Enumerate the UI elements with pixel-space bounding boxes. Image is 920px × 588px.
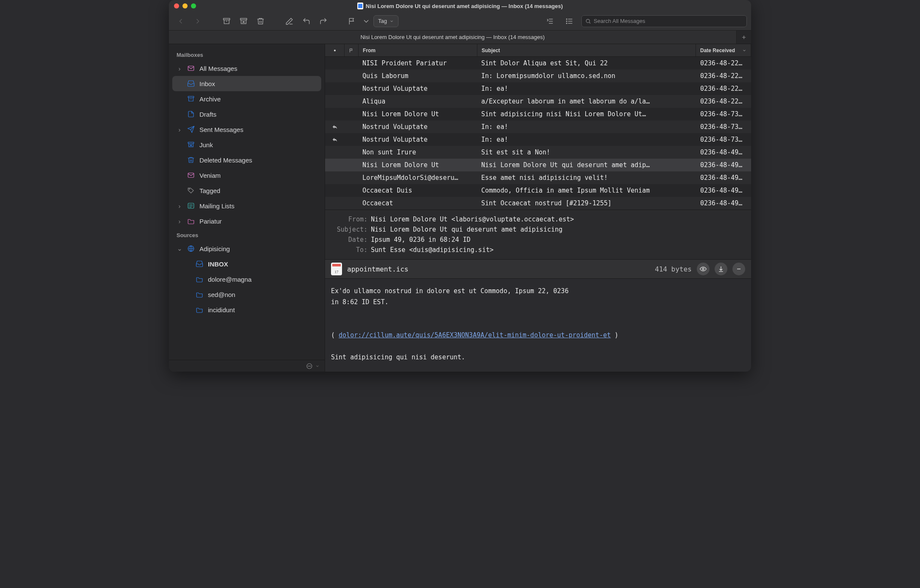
header-date-label: Date: (331, 235, 367, 245)
column-status[interactable] (325, 44, 345, 56)
message-row[interactable]: OccaecatSint Occaecat nostrud [#2129-125… (325, 197, 751, 210)
flag-button[interactable] (345, 15, 360, 28)
chevron-right-icon: › (177, 202, 182, 210)
source-folder-dolore-magna[interactable]: dolore@magna (172, 272, 321, 287)
sidebar-item-tagged[interactable]: Tagged (172, 183, 321, 198)
sidebar-item-sent-messages[interactable]: ›Sent Messages (172, 122, 321, 137)
message-row[interactable]: Nisi Lorem Dolore UtNisi Lorem Dolore Ut… (325, 159, 751, 171)
row-from: Nisi Lorem Dolore Ut (358, 161, 477, 169)
attachment-name[interactable]: appointment.ics (347, 265, 409, 273)
new-tab-button[interactable] (737, 31, 751, 44)
close-window-button[interactable] (174, 3, 179, 8)
trash-icon (187, 156, 195, 164)
source-folder-inbox[interactable]: INBOX (172, 256, 321, 272)
message-row[interactable]: Nostrud VoLuptateIn: ea!0236-48-73… (325, 120, 751, 133)
message-body[interactable]: Ex'do ullamco nostrud in dolore est ut C… (325, 279, 751, 372)
sidebar-item-deleted-messages[interactable]: Deleted Messages (172, 152, 321, 168)
junk-icon (187, 141, 195, 148)
search-field[interactable] (581, 15, 747, 27)
nav-forward-button[interactable] (190, 15, 205, 28)
chevron-down-icon: ⌄ (177, 245, 182, 252)
sidebar-item-pariatur[interactable]: ›Pariatur (172, 213, 321, 229)
junk-button[interactable] (236, 15, 251, 28)
row-date: 0236-48-73… (696, 110, 751, 118)
indent-list-button[interactable] (542, 15, 558, 28)
compose-button[interactable] (282, 15, 297, 28)
column-flag[interactable] (345, 44, 359, 56)
svg-rect-21 (188, 142, 194, 143)
chevron-down-icon[interactable] (315, 364, 320, 368)
envelope-icon (187, 171, 195, 179)
svg-point-11 (567, 19, 567, 20)
sidebar-item-label: Sent Messages (199, 126, 243, 133)
nav-back-button[interactable] (173, 15, 188, 28)
message-row[interactable]: LoreMipsuMdolorSi@deseru…Esse amet nisi … (325, 171, 751, 184)
row-date: 0236-48-22… (696, 98, 751, 105)
forward-button[interactable] (316, 15, 331, 28)
message-row[interactable]: Occaecat DuisCommodo, Officia in amet Ip… (325, 184, 751, 197)
tab-current[interactable]: Nisi Lorem Dolore Ut qui deserunt amet a… (169, 31, 737, 44)
column-date[interactable]: Date Received (696, 44, 751, 56)
sidebar-item-all-messages[interactable]: ›All Messages (172, 61, 321, 76)
sidebar-item-archive[interactable]: Archive (172, 91, 321, 106)
body-link[interactable]: dolor://cillum.aute/quis/5A6EX3NON3A9A/e… (339, 331, 611, 339)
svg-point-33 (309, 366, 309, 366)
column-from[interactable]: From (359, 44, 477, 56)
column-subject[interactable]: Subject (477, 44, 696, 56)
sidebar-item-label: Mailing Lists (199, 202, 235, 210)
sidebar-item-junk[interactable]: Junk (172, 137, 321, 152)
svg-point-12 (567, 21, 567, 22)
zoom-window-button[interactable] (191, 3, 196, 8)
folder-icon (195, 291, 204, 298)
envelope-icon (187, 64, 195, 72)
source-folder-sed-non[interactable]: sed@non (172, 287, 321, 302)
message-row[interactable]: Nostrud VoLuptateIn: ea!0236-48-73… (325, 133, 751, 146)
ellipsis-circle-icon[interactable] (306, 363, 313, 370)
remove-attachment-button[interactable] (732, 263, 745, 275)
source-account[interactable]: ⌄Adipisicing (172, 241, 321, 256)
header-to-value: Sunt Esse <duis@adipisicing.sit> (371, 245, 494, 255)
minimize-window-button[interactable] (182, 3, 188, 8)
row-from: Nisi Lorem Dolore Ut (358, 110, 477, 118)
sidebar-item-veniam[interactable]: Veniam (172, 168, 321, 183)
svg-rect-18 (188, 66, 194, 71)
row-from: Occaecat (358, 199, 477, 207)
search-icon (585, 18, 591, 24)
sidebar-item-label: Tagged (199, 187, 220, 194)
flag-menu-button[interactable] (362, 15, 371, 28)
svg-point-32 (308, 366, 309, 366)
row-date: 0236-48-49… (696, 199, 751, 207)
list-view-button[interactable] (562, 15, 577, 28)
row-subject: In: Loremipsumdolor ullamco.sed.non (477, 72, 696, 80)
message-list: NISI Proident PariaturSint Dolor Aliqua … (325, 57, 751, 210)
attachment-size: 414 bytes (655, 265, 692, 273)
reply-button[interactable] (299, 15, 314, 28)
archive-button[interactable] (219, 15, 234, 28)
search-input[interactable] (594, 18, 743, 24)
message-row[interactable]: Quis LaborumIn: Loremipsumdolor ullamco.… (325, 70, 751, 82)
sidebar-item-label: Inbox (199, 80, 215, 87)
window-title-container: Nisi Lorem Dolore Ut qui deserunt amet a… (169, 3, 751, 9)
sidebar-item-mailing-lists[interactable]: ›Mailing Lists (172, 198, 321, 213)
calendar-file-icon (331, 263, 342, 275)
row-from: LoreMipsuMdolorSi@deseru… (358, 174, 477, 182)
tab-label: Nisi Lorem Dolore Ut qui deserunt amet a… (360, 34, 544, 40)
message-row[interactable]: Nisi Lorem Dolore UtSint adipisicing nis… (325, 108, 751, 120)
row-subject: Sint adipisicing nisi Nisi Lorem Dolore … (477, 110, 696, 118)
svg-rect-0 (224, 18, 230, 20)
sidebar-item-inbox[interactable]: Inbox (172, 76, 321, 91)
source-folder-incididunt[interactable]: incididunt (172, 302, 321, 317)
message-row[interactable]: Nostrud VoLuptateIn: ea!0236-48-22… (325, 82, 751, 95)
message-row[interactable]: NISI Proident PariaturSint Dolor Aliqua … (325, 57, 751, 70)
message-row[interactable]: Non sunt IrureSit est sit a Non!0236-48-… (325, 146, 751, 159)
message-row[interactable]: Aliquaa/Excepteur laborum in amet laboru… (325, 95, 751, 108)
sidebar-item-drafts[interactable]: Drafts (172, 106, 321, 122)
delete-button[interactable] (253, 15, 268, 28)
quicklook-button[interactable] (697, 263, 710, 275)
svg-point-34 (310, 366, 311, 366)
row-subject: Commodo, Officia in amet Ipsum Mollit Ve… (477, 187, 696, 194)
chevron-down-icon (742, 48, 746, 53)
download-attachment-button[interactable] (715, 263, 727, 275)
tag-button[interactable]: Tag (373, 15, 398, 27)
row-from: NISI Proident Pariatur (358, 59, 477, 67)
